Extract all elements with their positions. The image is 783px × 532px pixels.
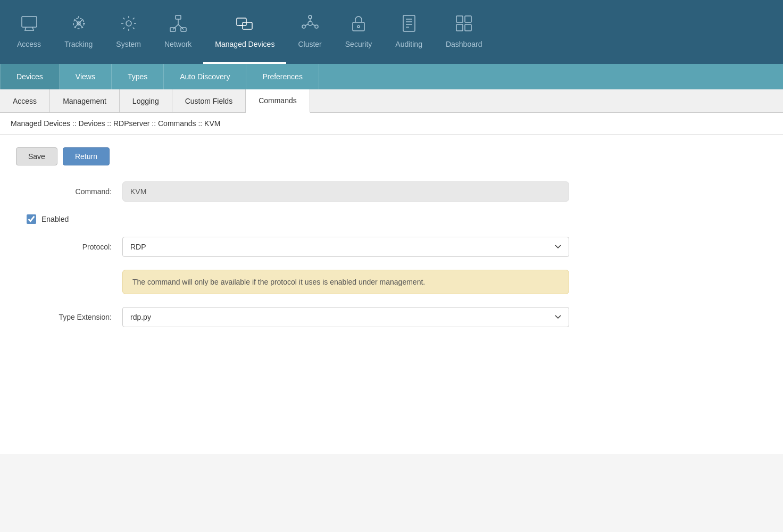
svg-rect-33: [465, 16, 471, 22]
subtab-custom-fields[interactable]: Custom Fields: [172, 89, 246, 112]
subtab-commands[interactable]: Commands: [246, 89, 310, 113]
return-button[interactable]: Return: [63, 147, 110, 165]
auditing-icon: [399, 14, 419, 36]
svg-rect-35: [465, 24, 471, 31]
enabled-checkbox[interactable]: [27, 214, 36, 224]
svg-line-1: [25, 27, 26, 30]
protocol-select[interactable]: RDP SSH Telnet HTTP HTTPS: [122, 237, 569, 257]
nav-system[interactable]: System: [104, 0, 153, 64]
nav-tracking[interactable]: Tracking: [53, 0, 104, 64]
svg-point-19: [309, 15, 312, 19]
type-extension-select[interactable]: rdp.py ssh.py telnet.py: [122, 307, 569, 327]
type-extension-field: rdp.py ssh.py telnet.py: [122, 307, 569, 327]
breadcrumb: Managed Devices :: Devices :: RDPserver …: [0, 113, 783, 135]
tab-preferences[interactable]: Preferences: [246, 64, 319, 89]
nav-network[interactable]: Network: [153, 0, 203, 64]
save-button[interactable]: Save: [16, 147, 57, 165]
nav-dashboard-label: Dashboard: [446, 40, 482, 48]
nav-managed-devices[interactable]: Managed Devices: [203, 0, 286, 64]
type-extension-row: Type Extension: rdp.py ssh.py telnet.py: [16, 307, 767, 327]
svg-point-20: [315, 25, 318, 28]
svg-rect-32: [456, 16, 463, 22]
info-box: The command will only be available if th…: [122, 270, 569, 294]
subtab-logging[interactable]: Logging: [120, 89, 172, 112]
third-navigation: Access Management Logging Custom Fields …: [0, 89, 783, 113]
type-extension-label: Type Extension:: [16, 313, 122, 321]
second-navigation: Devices Views Types Auto Discovery Prefe…: [0, 64, 783, 89]
lock-icon: [349, 14, 368, 36]
svg-line-2: [32, 27, 34, 30]
nav-cluster[interactable]: Cluster: [286, 0, 333, 64]
protocol-label: Protocol:: [16, 243, 122, 251]
main-content: Save Return Command: Enabled Protocol: R…: [0, 135, 783, 454]
nav-access[interactable]: Access: [5, 0, 53, 64]
nav-security-label: Security: [345, 40, 372, 48]
svg-point-21: [302, 25, 305, 28]
svg-point-8: [126, 21, 131, 26]
devices-icon: [235, 14, 254, 36]
protocol-field: RDP SSH Telnet HTTP HTTPS: [122, 237, 569, 257]
cluster-icon: [301, 14, 320, 36]
protocol-row: Protocol: RDP SSH Telnet HTTP HTTPS: [16, 237, 767, 257]
network-icon: [169, 14, 188, 36]
command-field: [122, 181, 569, 202]
nav-auditing-label: Auditing: [395, 40, 422, 48]
subtab-management[interactable]: Management: [50, 89, 120, 112]
tab-types[interactable]: Types: [112, 64, 164, 89]
svg-line-23: [312, 24, 315, 26]
nav-managed-devices-label: Managed Devices: [215, 40, 274, 48]
enabled-row: Enabled: [27, 214, 767, 224]
monitor-icon: [20, 14, 39, 36]
svg-rect-0: [22, 16, 37, 27]
command-label: Command:: [16, 187, 122, 196]
nav-system-label: System: [116, 40, 141, 48]
nav-auditing[interactable]: Auditing: [384, 0, 434, 64]
nav-security[interactable]: Security: [334, 0, 384, 64]
svg-point-18: [308, 21, 312, 26]
tab-views[interactable]: Views: [60, 64, 112, 89]
svg-point-26: [357, 26, 360, 28]
command-input[interactable]: [122, 181, 569, 202]
tab-auto-discovery[interactable]: Auto Discovery: [164, 64, 246, 89]
nav-access-label: Access: [17, 40, 41, 48]
nav-dashboard[interactable]: Dashboard: [434, 0, 494, 64]
svg-rect-9: [176, 15, 181, 19]
nav-cluster-label: Cluster: [298, 40, 321, 48]
tab-devices[interactable]: Devices: [0, 64, 60, 89]
enabled-label: Enabled: [41, 215, 69, 223]
svg-rect-34: [456, 24, 463, 31]
top-navigation: Access Tracking System Network Managed D…: [0, 0, 783, 64]
command-row: Command:: [16, 181, 767, 202]
gear-icon: [119, 14, 138, 36]
button-row: Save Return: [16, 147, 767, 165]
svg-rect-15: [237, 18, 246, 26]
svg-rect-27: [403, 15, 415, 31]
subtab-access[interactable]: Access: [0, 89, 50, 112]
satellite-icon: [69, 14, 88, 36]
svg-rect-25: [353, 22, 364, 31]
svg-line-24: [305, 24, 308, 26]
nav-tracking-label: Tracking: [64, 40, 93, 48]
dashboard-icon: [454, 14, 473, 36]
nav-network-label: Network: [164, 40, 191, 48]
